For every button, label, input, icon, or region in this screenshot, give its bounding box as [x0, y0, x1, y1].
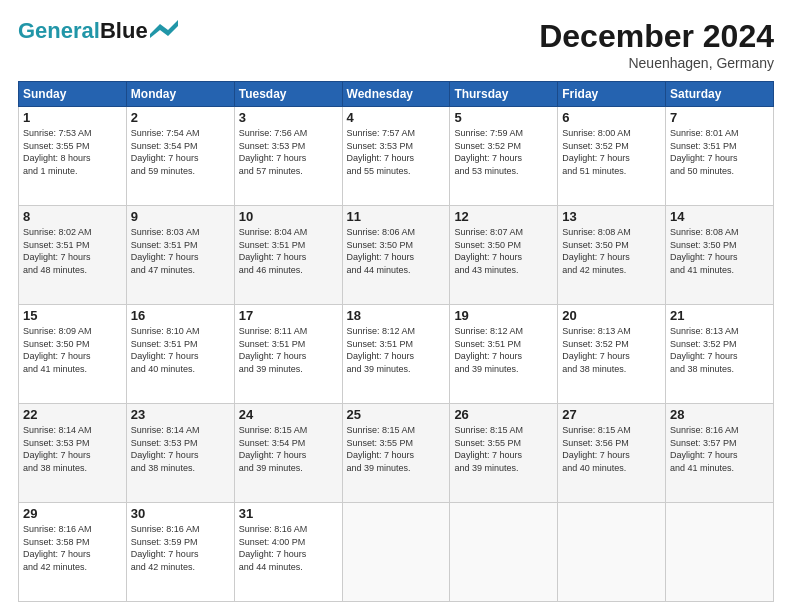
day-cell: 12Sunrise: 8:07 AM Sunset: 3:50 PM Dayli… [450, 206, 558, 305]
day-info: Sunrise: 8:08 AM Sunset: 3:50 PM Dayligh… [670, 226, 769, 276]
day-number: 15 [23, 308, 122, 323]
day-cell: 14Sunrise: 8:08 AM Sunset: 3:50 PM Dayli… [666, 206, 774, 305]
day-cell: 17Sunrise: 8:11 AM Sunset: 3:51 PM Dayli… [234, 305, 342, 404]
day-number: 7 [670, 110, 769, 125]
header: GeneralBlue December 2024 Neuenhagen, Ge… [18, 18, 774, 71]
calendar-table: Sunday Monday Tuesday Wednesday Thursday… [18, 81, 774, 602]
day-cell: 15Sunrise: 8:09 AM Sunset: 3:50 PM Dayli… [19, 305, 127, 404]
day-cell [558, 503, 666, 602]
day-number: 31 [239, 506, 338, 521]
day-number: 29 [23, 506, 122, 521]
week-row-3: 15Sunrise: 8:09 AM Sunset: 3:50 PM Dayli… [19, 305, 774, 404]
day-info: Sunrise: 8:15 AM Sunset: 3:55 PM Dayligh… [347, 424, 446, 474]
day-info: Sunrise: 8:16 AM Sunset: 3:58 PM Dayligh… [23, 523, 122, 573]
day-cell: 10Sunrise: 8:04 AM Sunset: 3:51 PM Dayli… [234, 206, 342, 305]
day-cell: 7Sunrise: 8:01 AM Sunset: 3:51 PM Daylig… [666, 107, 774, 206]
week-row-5: 29Sunrise: 8:16 AM Sunset: 3:58 PM Dayli… [19, 503, 774, 602]
day-number: 24 [239, 407, 338, 422]
day-cell [342, 503, 450, 602]
day-number: 28 [670, 407, 769, 422]
day-number: 6 [562, 110, 661, 125]
day-number: 12 [454, 209, 553, 224]
logo-icon [150, 20, 178, 38]
day-cell: 20Sunrise: 8:13 AM Sunset: 3:52 PM Dayli… [558, 305, 666, 404]
day-number: 22 [23, 407, 122, 422]
day-cell: 4Sunrise: 7:57 AM Sunset: 3:53 PM Daylig… [342, 107, 450, 206]
day-info: Sunrise: 8:12 AM Sunset: 3:51 PM Dayligh… [454, 325, 553, 375]
day-cell: 25Sunrise: 8:15 AM Sunset: 3:55 PM Dayli… [342, 404, 450, 503]
day-cell: 23Sunrise: 8:14 AM Sunset: 3:53 PM Dayli… [126, 404, 234, 503]
day-info: Sunrise: 8:15 AM Sunset: 3:54 PM Dayligh… [239, 424, 338, 474]
day-cell: 13Sunrise: 8:08 AM Sunset: 3:50 PM Dayli… [558, 206, 666, 305]
logo-text: GeneralBlue [18, 18, 148, 44]
day-number: 17 [239, 308, 338, 323]
header-sunday: Sunday [19, 82, 127, 107]
header-tuesday: Tuesday [234, 82, 342, 107]
day-cell: 28Sunrise: 8:16 AM Sunset: 3:57 PM Dayli… [666, 404, 774, 503]
day-info: Sunrise: 8:16 AM Sunset: 4:00 PM Dayligh… [239, 523, 338, 573]
day-number: 20 [562, 308, 661, 323]
day-number: 13 [562, 209, 661, 224]
day-cell: 2Sunrise: 7:54 AM Sunset: 3:54 PM Daylig… [126, 107, 234, 206]
day-cell: 26Sunrise: 8:15 AM Sunset: 3:55 PM Dayli… [450, 404, 558, 503]
day-cell: 18Sunrise: 8:12 AM Sunset: 3:51 PM Dayli… [342, 305, 450, 404]
day-number: 21 [670, 308, 769, 323]
day-cell: 24Sunrise: 8:15 AM Sunset: 3:54 PM Dayli… [234, 404, 342, 503]
page: GeneralBlue December 2024 Neuenhagen, Ge… [0, 0, 792, 612]
logo-general: General [18, 18, 100, 43]
day-info: Sunrise: 7:56 AM Sunset: 3:53 PM Dayligh… [239, 127, 338, 177]
header-monday: Monday [126, 82, 234, 107]
title-block: December 2024 Neuenhagen, Germany [539, 18, 774, 71]
day-cell: 19Sunrise: 8:12 AM Sunset: 3:51 PM Dayli… [450, 305, 558, 404]
day-info: Sunrise: 8:14 AM Sunset: 3:53 PM Dayligh… [23, 424, 122, 474]
day-cell: 8Sunrise: 8:02 AM Sunset: 3:51 PM Daylig… [19, 206, 127, 305]
day-number: 5 [454, 110, 553, 125]
day-number: 27 [562, 407, 661, 422]
day-number: 30 [131, 506, 230, 521]
day-number: 26 [454, 407, 553, 422]
logo: GeneralBlue [18, 18, 178, 44]
day-info: Sunrise: 8:00 AM Sunset: 3:52 PM Dayligh… [562, 127, 661, 177]
day-cell: 3Sunrise: 7:56 AM Sunset: 3:53 PM Daylig… [234, 107, 342, 206]
day-number: 1 [23, 110, 122, 125]
day-info: Sunrise: 8:13 AM Sunset: 3:52 PM Dayligh… [670, 325, 769, 375]
day-info: Sunrise: 8:07 AM Sunset: 3:50 PM Dayligh… [454, 226, 553, 276]
day-info: Sunrise: 8:02 AM Sunset: 3:51 PM Dayligh… [23, 226, 122, 276]
location: Neuenhagen, Germany [539, 55, 774, 71]
day-number: 19 [454, 308, 553, 323]
day-info: Sunrise: 8:12 AM Sunset: 3:51 PM Dayligh… [347, 325, 446, 375]
day-info: Sunrise: 8:04 AM Sunset: 3:51 PM Dayligh… [239, 226, 338, 276]
day-info: Sunrise: 8:13 AM Sunset: 3:52 PM Dayligh… [562, 325, 661, 375]
day-number: 11 [347, 209, 446, 224]
header-wednesday: Wednesday [342, 82, 450, 107]
day-info: Sunrise: 8:10 AM Sunset: 3:51 PM Dayligh… [131, 325, 230, 375]
day-number: 23 [131, 407, 230, 422]
day-number: 3 [239, 110, 338, 125]
week-row-4: 22Sunrise: 8:14 AM Sunset: 3:53 PM Dayli… [19, 404, 774, 503]
day-info: Sunrise: 7:54 AM Sunset: 3:54 PM Dayligh… [131, 127, 230, 177]
week-row-1: 1Sunrise: 7:53 AM Sunset: 3:55 PM Daylig… [19, 107, 774, 206]
header-saturday: Saturday [666, 82, 774, 107]
day-number: 25 [347, 407, 446, 422]
day-number: 4 [347, 110, 446, 125]
day-info: Sunrise: 7:57 AM Sunset: 3:53 PM Dayligh… [347, 127, 446, 177]
day-info: Sunrise: 8:08 AM Sunset: 3:50 PM Dayligh… [562, 226, 661, 276]
day-info: Sunrise: 8:15 AM Sunset: 3:55 PM Dayligh… [454, 424, 553, 474]
day-info: Sunrise: 8:11 AM Sunset: 3:51 PM Dayligh… [239, 325, 338, 375]
week-row-2: 8Sunrise: 8:02 AM Sunset: 3:51 PM Daylig… [19, 206, 774, 305]
day-number: 8 [23, 209, 122, 224]
day-info: Sunrise: 8:01 AM Sunset: 3:51 PM Dayligh… [670, 127, 769, 177]
day-info: Sunrise: 7:53 AM Sunset: 3:55 PM Dayligh… [23, 127, 122, 177]
day-number: 10 [239, 209, 338, 224]
day-info: Sunrise: 7:59 AM Sunset: 3:52 PM Dayligh… [454, 127, 553, 177]
day-cell [666, 503, 774, 602]
month-title: December 2024 [539, 18, 774, 55]
day-info: Sunrise: 8:09 AM Sunset: 3:50 PM Dayligh… [23, 325, 122, 375]
day-cell: 21Sunrise: 8:13 AM Sunset: 3:52 PM Dayli… [666, 305, 774, 404]
day-number: 2 [131, 110, 230, 125]
day-cell: 6Sunrise: 8:00 AM Sunset: 3:52 PM Daylig… [558, 107, 666, 206]
day-cell: 29Sunrise: 8:16 AM Sunset: 3:58 PM Dayli… [19, 503, 127, 602]
svg-marker-0 [150, 20, 178, 38]
day-info: Sunrise: 8:16 AM Sunset: 3:59 PM Dayligh… [131, 523, 230, 573]
day-cell: 9Sunrise: 8:03 AM Sunset: 3:51 PM Daylig… [126, 206, 234, 305]
